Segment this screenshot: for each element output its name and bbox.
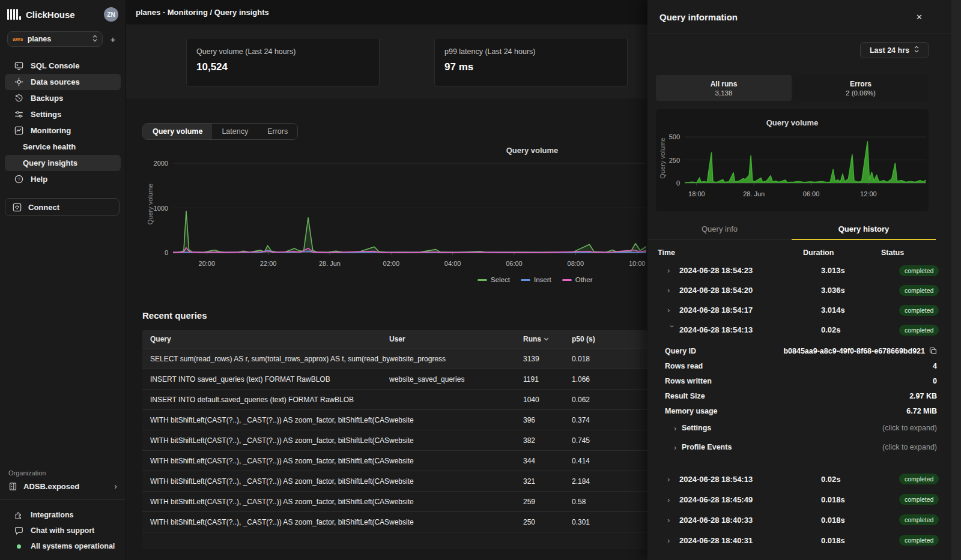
add-service-button[interactable]: +	[108, 34, 118, 44]
status-badge: completed	[899, 514, 939, 525]
table-row[interactable]: SELECT sum(read_rows) AS r, sum(total_ro…	[142, 348, 647, 369]
sliders-icon	[14, 110, 23, 119]
table-row[interactable]: WITH bitShiftLeft(CAST(?..), _CAST(?..))…	[142, 491, 647, 511]
chart-tabs-row: Query volume Latency Errors	[142, 123, 647, 140]
workspace-select[interactable]: aws planes	[7, 31, 103, 47]
panel-query-volume-chart: Query volumeQuery volume025050018:0028. …	[656, 109, 929, 211]
chevron-right-icon: ›	[667, 516, 679, 525]
app: ClickHouse ZN aws planes + SQL Console D…	[0, 0, 961, 560]
segment-label: Errors	[850, 80, 872, 88]
history-row[interactable]: › 2024-06-28 18:54:20 3.036s completed	[647, 280, 961, 300]
history-icon	[14, 94, 23, 103]
segment-all-runs[interactable]: All runs 3,138	[656, 75, 792, 101]
table-row[interactable]: WITH bitShiftLeft(CAST(?..), _CAST(?..))…	[142, 409, 647, 430]
svg-text:0: 0	[676, 179, 680, 187]
sidebar-item-service-health[interactable]: Service health	[5, 139, 121, 155]
user-cell: website_progress	[389, 355, 523, 363]
profile-events-expander[interactable]: › Profile Events (click to expand)	[647, 438, 961, 457]
table-row[interactable]: WITH bitShiftLeft(CAST(?..), _CAST(?..))…	[142, 450, 647, 471]
system-status-row[interactable]: All systems operational	[5, 538, 121, 554]
table-row[interactable]: INSERT INTO saved_queries (text) FORMAT …	[142, 369, 647, 389]
building-icon	[8, 482, 17, 491]
tab-errors[interactable]: Errors	[258, 124, 297, 139]
tab-latency[interactable]: Latency	[212, 124, 258, 139]
segment-value: 2 (0.06%)	[846, 89, 876, 97]
p50-cell: 1.066	[572, 375, 647, 384]
recent-queries-title: Recent queries	[142, 310, 647, 321]
chart-legend: SelectInsertOther	[477, 276, 593, 283]
column-header-query[interactable]: Query	[142, 335, 389, 343]
user-avatar[interactable]: ZN	[104, 7, 118, 22]
query-cell: WITH bitShiftLeft(CAST(?..), _CAST(?..))…	[142, 498, 389, 506]
history-row[interactable]: › 2024-06-28 18:40:31 0.018s completed	[647, 530, 961, 550]
history-row[interactable]: › 2024-06-28 18:54:23 3.013s completed	[647, 260, 961, 280]
connect-button[interactable]: Connect	[5, 198, 120, 216]
legend-item-other[interactable]: Other	[562, 276, 593, 283]
column-header-runs[interactable]: Runs	[523, 335, 572, 343]
table-row[interactable]: WITH bitShiftLeft(CAST(?..), _CAST(?..))…	[142, 511, 647, 532]
svg-text:18:00: 18:00	[688, 190, 705, 197]
history-row[interactable]: › 2024-06-28 18:54:13 0.02s completed	[647, 469, 961, 489]
history-time: 2024-06-28 18:54:17	[679, 306, 821, 315]
sidebar-nav: SQL Console Data sources Backups Setting…	[0, 53, 126, 187]
p50-cell: 0.414	[572, 457, 647, 465]
query-cell: WITH bitShiftLeft(CAST(?..), _CAST(?..))…	[142, 436, 389, 445]
time-range-select[interactable]: Last 24 hrs	[860, 42, 929, 58]
svg-text:22:00: 22:00	[260, 260, 277, 267]
chevron-right-icon: ›	[667, 495, 679, 504]
expander-label: Settings	[682, 424, 711, 432]
sidebar-item-settings[interactable]: Settings	[5, 106, 121, 122]
legend-item-insert[interactable]: Insert	[521, 276, 551, 283]
monitoring-chart-icon	[14, 126, 23, 135]
sidebar-item-help[interactable]: ? Help	[5, 171, 121, 187]
sidebar-item-label: Settings	[31, 110, 61, 119]
table-row[interactable]: WITH bitShiftLeft(CAST(?..), _CAST(?..))…	[142, 471, 647, 491]
sidebar-item-monitoring[interactable]: Monitoring	[5, 122, 121, 139]
detail-value: 6.72 MiB	[906, 407, 937, 415]
svg-text:04:00: 04:00	[444, 260, 461, 267]
segment-errors[interactable]: Errors 2 (0.06%)	[793, 75, 929, 101]
tab-query-volume[interactable]: Query volume	[143, 124, 212, 139]
table-row[interactable]: WITH bitShiftLeft(CAST(?..), _CAST(?..))…	[142, 430, 647, 450]
history-time: 2024-06-28 18:45:49	[679, 495, 821, 504]
runs-cell: 259	[523, 498, 572, 506]
sidebar-item-query-insights[interactable]: Query insights	[5, 155, 121, 171]
brand-title: ClickHouse	[26, 10, 104, 20]
panel-header: Query information ✕	[647, 0, 961, 34]
sidebar-item-backups[interactable]: Backups	[5, 90, 121, 106]
sidebar-item-integrations[interactable]: Integrations	[5, 507, 121, 523]
column-header-user[interactable]: User	[389, 335, 523, 343]
column-header-p50[interactable]: p50 (s)	[572, 335, 647, 343]
chevron-right-icon: ›	[667, 266, 679, 275]
copy-icon[interactable]	[929, 347, 937, 355]
history-row[interactable]: › 2024-06-28 18:40:33 0.018s completed	[647, 510, 961, 530]
legend-label: Other	[575, 276, 593, 283]
status-badge: completed	[899, 535, 939, 546]
history-rows-bottom: › 2024-06-28 18:54:13 0.02s completed › …	[647, 469, 961, 550]
sidebar-item-data-sources[interactable]: Data sources	[5, 74, 121, 90]
history-row[interactable]: › 2024-06-28 18:45:49 0.018s completed	[647, 489, 961, 510]
history-row[interactable]: › 2024-06-28 18:54:17 3.014s completed	[647, 300, 961, 320]
settings-expander[interactable]: › Settings (click to expand)	[647, 418, 961, 438]
close-icon[interactable]: ✕	[914, 10, 925, 24]
query-cell: WITH bitShiftLeft(CAST(?..), _CAST(?..))…	[142, 477, 389, 486]
sidebar-item-sql-console[interactable]: SQL Console	[5, 58, 121, 74]
organization-heading: Organization	[0, 469, 126, 481]
tab-query-info[interactable]: Query info	[647, 220, 792, 240]
runs-cell: 1191	[523, 375, 572, 384]
y-axis-label: Query volume	[147, 184, 154, 224]
segment-label: All runs	[711, 80, 738, 88]
panel-scroll-gutter[interactable]	[951, 0, 961, 560]
table-row[interactable]: INSERT INTO default.saved_queries (text)…	[142, 389, 647, 409]
organization-row[interactable]: ADSB.exposed ›	[0, 481, 126, 499]
legend-label: Select	[491, 276, 510, 283]
tab-query-history[interactable]: Query history	[792, 220, 936, 240]
svg-text:2000: 2000	[154, 160, 168, 167]
legend-item-select[interactable]: Select	[477, 276, 510, 283]
detail-label: Query ID	[665, 347, 696, 355]
sidebar-item-chat-support[interactable]: Chat with support	[5, 523, 121, 538]
column-header-time: Time	[647, 248, 803, 257]
main-chart-svg: Query volumeQuery volume01000200020:0022…	[126, 145, 647, 296]
sidebar-item-label: Monitoring	[31, 126, 71, 135]
history-row[interactable]: › 2024-06-28 18:54:13 0.02s completed	[647, 320, 961, 340]
